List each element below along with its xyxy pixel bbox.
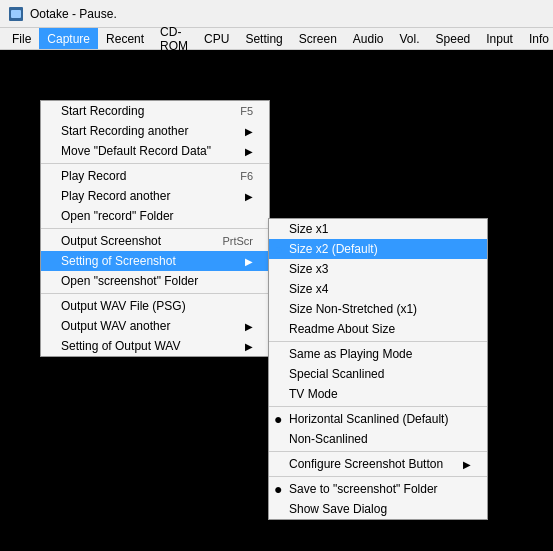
menu-play-record-another[interactable]: Play Record another ▶ — [41, 186, 269, 206]
app-icon — [8, 6, 24, 22]
menu-output-screenshot[interactable]: Output Screenshot PrtScr — [41, 231, 269, 251]
sep-ss-1 — [269, 341, 487, 342]
menu-start-recording[interactable]: Start Recording F5 — [41, 101, 269, 121]
menu-cdrom[interactable]: CD-ROM — [152, 28, 196, 49]
menu-output-wav-file[interactable]: Output WAV File (PSG) — [41, 296, 269, 316]
menu-horizontal-scanlined[interactable]: ● Horizontal Scanlined (Default) — [269, 409, 487, 429]
menu-move-default[interactable]: Move "Default Record Data" ▶ — [41, 141, 269, 161]
menu-speed[interactable]: Speed — [428, 28, 479, 49]
menu-same-as-playing-mode[interactable]: Same as Playing Mode — [269, 344, 487, 364]
title-bar: Ootake - Pause. — [0, 0, 553, 28]
menu-non-scanlined[interactable]: Non-Scanlined — [269, 429, 487, 449]
title-bar-text: Ootake - Pause. — [30, 7, 117, 21]
bullet-size-x2: ● — [274, 241, 282, 257]
menu-audio[interactable]: Audio — [345, 28, 392, 49]
menu-size-non-stretched[interactable]: Size Non-Stretched (x1) — [269, 299, 487, 319]
menu-info[interactable]: Info — [521, 28, 553, 49]
capture-menu: Start Recording F5 Start Recording anoth… — [40, 100, 270, 357]
bullet-save: ● — [274, 481, 282, 497]
menu-save-to-screenshot-folder[interactable]: ● Save to "screenshot" Folder — [269, 479, 487, 499]
menu-size-x2-default[interactable]: ● Size x2 (Default) — [269, 239, 487, 259]
menu-tv-mode[interactable]: TV Mode — [269, 384, 487, 404]
separator-3 — [41, 293, 269, 294]
main-area: Start Recording F5 Start Recording anoth… — [0, 50, 553, 551]
menu-configure-screenshot-button[interactable]: Configure Screenshot Button ▶ — [269, 454, 487, 474]
menu-setting[interactable]: Setting — [237, 28, 290, 49]
separator-2 — [41, 228, 269, 229]
screenshot-submenu: Size x1 ● Size x2 (Default) Size x3 Size… — [268, 218, 488, 520]
menu-size-x1[interactable]: Size x1 — [269, 219, 487, 239]
menu-readme-about-size[interactable]: Readme About Size — [269, 319, 487, 339]
sep-ss-3 — [269, 451, 487, 452]
menu-capture[interactable]: Capture — [39, 28, 98, 49]
menu-open-record-folder[interactable]: Open "record" Folder — [41, 206, 269, 226]
menu-setting-of-screenshot[interactable]: Setting of Screenshot ▶ — [41, 251, 269, 271]
menu-size-x3[interactable]: Size x3 — [269, 259, 487, 279]
menu-start-recording-another[interactable]: Start Recording another ▶ — [41, 121, 269, 141]
menu-setting-of-output-wav[interactable]: Setting of Output WAV ▶ — [41, 336, 269, 356]
menu-recent[interactable]: Recent — [98, 28, 152, 49]
menu-output-wav-another[interactable]: Output WAV another ▶ — [41, 316, 269, 336]
menu-file[interactable]: File — [4, 28, 39, 49]
menu-bar: File Capture Recent CD-ROM CPU Setting S… — [0, 28, 553, 50]
menu-play-record[interactable]: Play Record F6 — [41, 166, 269, 186]
sep-ss-2 — [269, 406, 487, 407]
separator-1 — [41, 163, 269, 164]
menu-show-save-dialog[interactable]: Show Save Dialog — [269, 499, 487, 519]
menu-size-x4[interactable]: Size x4 — [269, 279, 487, 299]
menu-open-screenshot-folder[interactable]: Open "screenshot" Folder — [41, 271, 269, 291]
menu-input[interactable]: Input — [478, 28, 521, 49]
svg-rect-1 — [11, 10, 21, 18]
sep-ss-4 — [269, 476, 487, 477]
bullet-horizontal: ● — [274, 411, 282, 427]
menu-screen[interactable]: Screen — [291, 28, 345, 49]
menu-special-scanlined[interactable]: Special Scanlined — [269, 364, 487, 384]
menu-vol[interactable]: Vol. — [392, 28, 428, 49]
menu-cpu[interactable]: CPU — [196, 28, 237, 49]
